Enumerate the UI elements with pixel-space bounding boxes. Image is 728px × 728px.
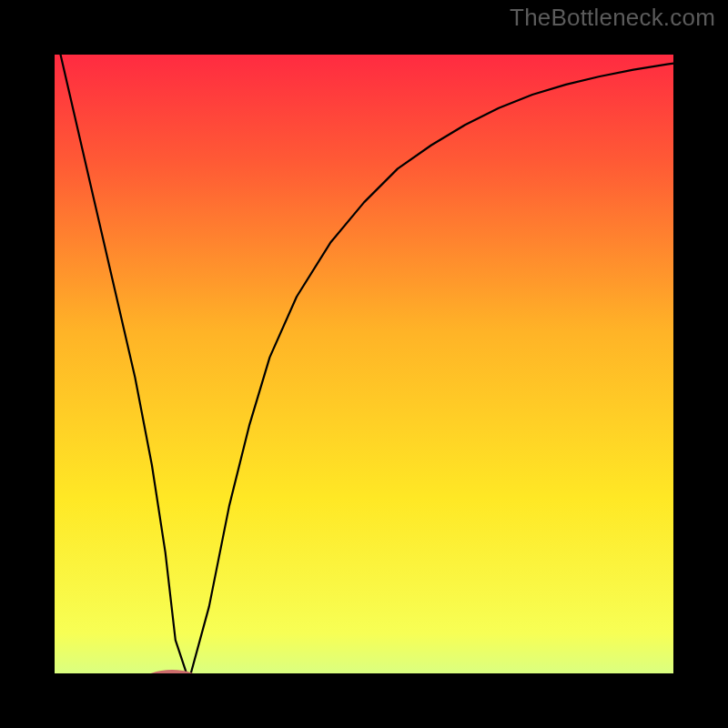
black-matte [0, 0, 728, 728]
watermark-text: TheBottleneck.com [510, 4, 715, 32]
svg-rect-3 [701, 0, 728, 728]
svg-rect-1 [0, 701, 728, 728]
svg-rect-2 [0, 0, 27, 728]
chart-frame: TheBottleneck.com [0, 0, 728, 728]
